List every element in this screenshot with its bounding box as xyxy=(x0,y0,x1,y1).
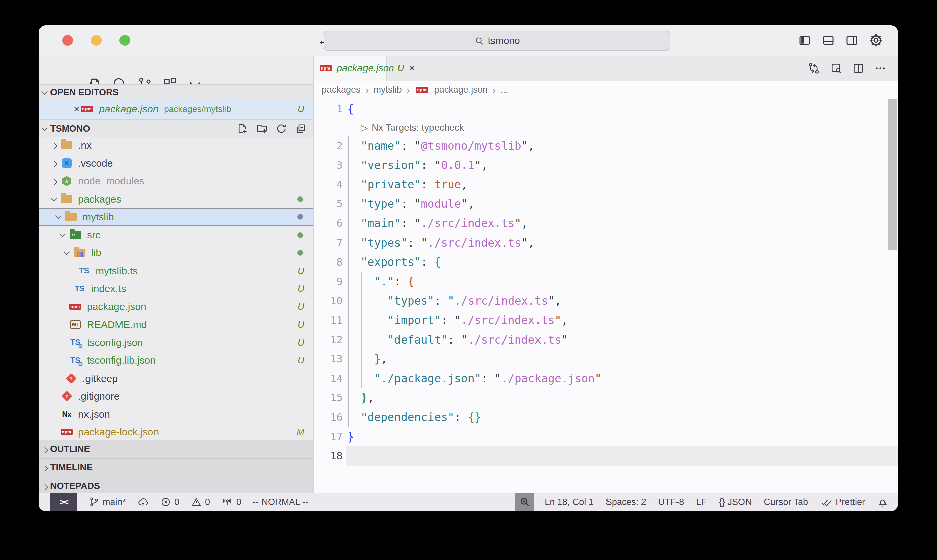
compare-changes-icon[interactable] xyxy=(807,62,820,75)
zoom-window-button[interactable] xyxy=(120,35,130,46)
code-line-1[interactable]: { xyxy=(347,99,602,119)
new-file-icon[interactable] xyxy=(236,123,248,135)
section-timeline[interactable]: TIMELINE xyxy=(39,458,313,477)
close-icon[interactable]: × xyxy=(74,103,80,115)
tree-item-lib[interactable]: lib xyxy=(39,244,313,262)
chevron-down-icon[interactable] xyxy=(48,194,59,204)
tree-item-.nx[interactable]: .nx xyxy=(39,136,313,154)
tree-item-package-lock.json[interactable]: npmpackage-lock.jsonM xyxy=(39,423,313,441)
broadcast-icon xyxy=(222,496,233,508)
chevron-right-icon[interactable] xyxy=(48,176,59,186)
command-center-search[interactable]: tsmono xyxy=(324,31,671,51)
status-item-spaces-2[interactable]: Spaces: 2 xyxy=(606,497,646,508)
code-line-14[interactable]: "./package.json": "./package.json" xyxy=(347,369,602,388)
status-item-cursor-tab[interactable]: Cursor Tab xyxy=(764,497,808,508)
tree-item-src[interactable]: src xyxy=(39,226,313,244)
breadcrumb-item[interactable]: ... xyxy=(500,85,508,95)
split-editor-icon[interactable] xyxy=(851,62,865,75)
breadcrumb-item[interactable]: packages xyxy=(322,85,361,95)
status-item--normal-[interactable]: -- NORMAL -- xyxy=(253,497,308,508)
status-item--json[interactable]: {} JSON xyxy=(719,497,752,508)
tree-item-label: nx.json xyxy=(78,409,110,420)
layout-panel-icon[interactable] xyxy=(821,33,835,48)
open-preview-icon[interactable] xyxy=(829,62,843,75)
broadcast-status-item[interactable]: 0 xyxy=(222,496,241,508)
tree-item-README.md[interactable]: M↓README.mdU xyxy=(39,316,313,334)
titlebar: ← → tsmono xyxy=(39,25,898,55)
close-window-button[interactable] xyxy=(62,35,73,46)
section-notepads[interactable]: NOTEPADS xyxy=(39,477,313,495)
code-line-12[interactable]: "default": "./src/index.ts" xyxy=(347,330,602,350)
double-check-status-item[interactable]: Prettier xyxy=(820,496,865,508)
code-line-6[interactable]: "main": "./src/index.ts", xyxy=(347,214,602,233)
traffic-lights xyxy=(62,35,130,46)
status-item-ln-18-col-1[interactable]: Ln 18, Col 1 xyxy=(545,497,594,508)
code-line-9[interactable]: ".": { xyxy=(347,272,602,291)
code-line-7[interactable]: "types": "./src/index.ts", xyxy=(347,233,602,253)
layout-sidebar-right-icon[interactable] xyxy=(845,33,859,48)
tree-item-.gitignore[interactable]: Y.gitignore xyxy=(39,387,313,405)
code-line-17[interactable]: } xyxy=(347,427,602,446)
cloud-upload-status-item[interactable] xyxy=(137,496,149,508)
collapse-all-icon[interactable] xyxy=(295,123,307,135)
branch-status-item[interactable]: main* xyxy=(89,497,126,508)
code-line-8[interactable]: "exports": { xyxy=(347,252,602,272)
chevron-down-icon[interactable] xyxy=(61,248,72,258)
tree-item-.vscode[interactable]: ✕.vscode xyxy=(39,154,313,172)
bell-status-item[interactable] xyxy=(877,496,889,508)
code-line-15[interactable]: }, xyxy=(347,388,602,408)
tree-item-nx.json[interactable]: nx.json xyxy=(39,405,313,423)
tree-item-mytslib[interactable]: mytslib xyxy=(39,208,313,226)
scrollbar[interactable] xyxy=(888,98,897,250)
new-folder-icon[interactable] xyxy=(256,123,268,135)
zoom-indicator[interactable] xyxy=(515,493,534,511)
chevron-down-icon[interactable] xyxy=(57,230,68,240)
tree-item-tsconfig.lib.json[interactable]: ⚙tsconfig.lib.jsonU xyxy=(39,352,313,369)
more-actions-icon[interactable] xyxy=(874,62,887,75)
folder-src-icon xyxy=(68,228,83,242)
code-editor[interactable]: 123456789101112131415161718 {▷Nx Targets… xyxy=(314,98,898,493)
remote-indicator[interactable]: >< xyxy=(50,493,77,511)
code-line-3[interactable]: "version": "0.0.1", xyxy=(347,155,602,175)
minimize-window-button[interactable] xyxy=(91,35,102,46)
tree-item-index.ts[interactable]: index.tsU xyxy=(39,280,313,297)
codelens-nx-targets[interactable]: ▷Nx Targets: typecheck xyxy=(347,119,602,136)
status-item-utf-8[interactable]: UTF-8 xyxy=(659,497,684,508)
editor-group: npm package.json U × xyxy=(313,55,898,493)
tree-item-label: .nx xyxy=(78,140,92,151)
layout-sidebar-left-icon[interactable] xyxy=(798,33,812,48)
code-line-18[interactable] xyxy=(347,446,602,466)
status-item-lf[interactable]: LF xyxy=(696,497,707,508)
tree-item-mytslib.ts[interactable]: mytslib.tsU xyxy=(39,262,313,280)
open-editor-item[interactable]: × npm package.json packages/mytslib U xyxy=(39,99,313,119)
chevron-right-icon[interactable] xyxy=(48,140,59,151)
tree-item-packages[interactable]: packages xyxy=(39,190,313,208)
code-line-2[interactable]: "name": "@tsmono/mytslib", xyxy=(347,136,602,156)
tree-item-.gitkeep[interactable]: Y.gitkeep xyxy=(39,369,313,387)
chevron-spacer xyxy=(57,320,68,330)
breadcrumb-item[interactable]: mytslib xyxy=(374,85,402,95)
gear-icon[interactable] xyxy=(868,33,884,48)
code-line-11[interactable]: "import": "./src/index.ts", xyxy=(347,311,602,330)
code-line-5[interactable]: "type": "module", xyxy=(347,194,602,214)
code-line-10[interactable]: "types": "./src/index.ts", xyxy=(347,291,602,311)
code-line-4[interactable]: "private": true, xyxy=(347,175,602,194)
open-editors-header[interactable]: OPEN EDITORS xyxy=(39,84,313,100)
tree-item-node_modules[interactable]: snode_modules xyxy=(39,172,313,190)
refresh-icon[interactable] xyxy=(275,123,288,135)
code-line-13[interactable]: }, xyxy=(347,349,602,369)
chevron-right-icon[interactable] xyxy=(48,158,59,168)
chevron-down-icon[interactable] xyxy=(52,212,64,222)
close-icon[interactable]: × xyxy=(409,62,415,74)
breadcrumb-item[interactable]: package.json xyxy=(434,85,488,95)
section-outline[interactable]: OUTLINE xyxy=(39,440,313,458)
warning-status-item[interactable]: 0 xyxy=(191,497,210,508)
error-status-item[interactable]: 0 xyxy=(160,497,179,508)
explorer-header[interactable]: TSMONO xyxy=(39,120,313,137)
status-label: 0 xyxy=(174,497,179,508)
tree-item-package.json[interactable]: npmpackage.jsonU xyxy=(39,298,313,316)
tree-item-tsconfig.json[interactable]: ⚙tsconfig.jsonU xyxy=(39,334,313,351)
tab-package-json[interactable]: npm package.json U × xyxy=(314,55,387,81)
tree-item-label: mytslib xyxy=(83,211,114,223)
code-line-16[interactable]: "dependencies": {} xyxy=(347,408,602,427)
